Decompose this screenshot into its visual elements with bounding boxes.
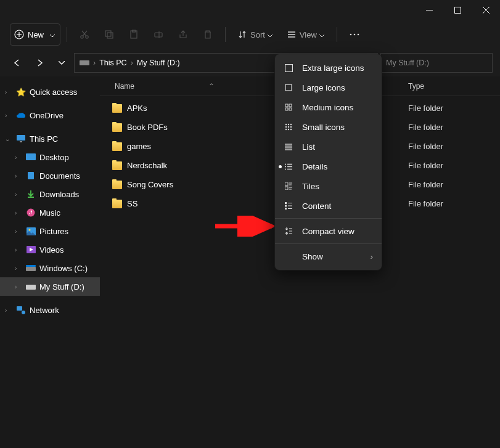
sidebar-desktop[interactable]: ›Desktop: [0, 148, 100, 166]
sidebar-music[interactable]: ›Music: [0, 203, 100, 222]
sidebar-windows-c[interactable]: ›Windows (C:): [0, 259, 100, 277]
svg-line-9: [83, 31, 88, 36]
svg-point-22: [358, 34, 359, 36]
titlebar: [0, 0, 500, 20]
file-explorer-window: New Sort View › This PC ›: [0, 0, 500, 448]
chevron-right-icon: ›: [5, 89, 12, 96]
sidebar-label: My Stuff (D:): [39, 282, 84, 291]
file-type: File folder: [408, 123, 482, 132]
file-name: SS: [127, 199, 137, 208]
maximize-button[interactable]: [443, 0, 472, 20]
breadcrumb-mystuff[interactable]: My Stuff (D:): [137, 59, 180, 67]
menu-tiles[interactable]: Tiles: [275, 176, 382, 196]
search-input[interactable]: My Stuff (D:): [380, 53, 493, 73]
cut-button[interactable]: [73, 23, 96, 46]
sort-button[interactable]: Sort: [232, 23, 279, 46]
svg-point-21: [354, 34, 356, 36]
star-icon: ⭐: [16, 87, 26, 97]
chevron-right-icon: ›: [371, 252, 374, 261]
menu-details[interactable]: Details: [275, 157, 382, 176]
chevron-right-icon: ›: [93, 59, 96, 67]
svg-point-8: [86, 36, 88, 38]
chevron-right-icon: ›: [131, 59, 133, 67]
file-name: Book PDFs: [127, 123, 168, 132]
chevron-right-icon: ›: [15, 246, 22, 253]
minimize-button[interactable]: [415, 0, 443, 20]
chevron-right-icon: ›: [5, 112, 12, 119]
menu-compact-view[interactable]: Compact view: [275, 221, 382, 241]
sidebar-label: Network: [30, 306, 59, 315]
menu-large-icons[interactable]: Large icons: [275, 78, 382, 97]
svg-point-7: [81, 36, 83, 38]
sidebar-label: Windows (C:): [39, 264, 88, 273]
folder-icon: [112, 123, 122, 132]
breadcrumb-this-pc[interactable]: This PC: [99, 59, 126, 67]
sidebar-videos[interactable]: ›Videos: [0, 240, 100, 259]
menu-content[interactable]: Content: [275, 196, 382, 216]
svg-rect-70: [285, 205, 287, 207]
chevron-right-icon: ›: [15, 228, 22, 235]
content-icon: [284, 202, 293, 210]
svg-rect-24: [17, 135, 25, 141]
paste-button[interactable]: [123, 23, 145, 46]
compact-view-icon: [284, 227, 293, 235]
sidebar-downloads[interactable]: ›Downloads: [0, 185, 100, 203]
svg-line-10: [82, 31, 86, 36]
chevron-right-icon: ›: [15, 173, 22, 179]
file-type: File folder: [408, 161, 482, 170]
medium-icons-icon: [284, 104, 293, 111]
svg-rect-41: [285, 108, 288, 110]
column-type-header[interactable]: Type: [408, 82, 482, 91]
sidebar-documents[interactable]: ›Documents: [0, 166, 100, 185]
separator: [337, 27, 337, 42]
recent-button[interactable]: [52, 53, 72, 73]
svg-point-45: [290, 124, 292, 125]
file-name: Song Covers: [127, 180, 173, 189]
tiles-icon: [284, 182, 293, 190]
menu-medium-icons[interactable]: Medium icons: [275, 97, 382, 117]
menu-extra-large-icons[interactable]: Extra large icons: [275, 58, 382, 78]
sidebar-label: This PC: [30, 134, 58, 144]
new-button[interactable]: New: [10, 23, 60, 46]
svg-point-20: [350, 34, 352, 36]
svg-point-49: [285, 129, 287, 130]
close-button[interactable]: [472, 0, 500, 20]
share-button[interactable]: [172, 23, 194, 46]
more-button[interactable]: [343, 23, 366, 46]
sidebar-pictures[interactable]: ›Pictures: [0, 222, 100, 240]
menu-list[interactable]: List: [275, 137, 382, 157]
large-icons-icon: [284, 84, 293, 91]
drive-icon: [26, 263, 36, 273]
menu-separator: [275, 218, 382, 219]
sort-label: Sort: [250, 30, 265, 39]
svg-rect-39: [285, 104, 288, 107]
details-icon: [284, 163, 293, 170]
sidebar-mystuff-d[interactable]: ›My Stuff (D:): [0, 277, 100, 296]
sidebar-quick-access[interactable]: ›⭐Quick access: [0, 83, 100, 101]
svg-rect-15: [155, 33, 162, 37]
svg-rect-62: [285, 182, 288, 185]
file-type: File folder: [408, 199, 482, 208]
forward-button[interactable]: [30, 53, 49, 73]
rename-button[interactable]: [147, 23, 170, 46]
sidebar-this-pc[interactable]: ⌄This PC: [0, 129, 100, 148]
menu-small-icons[interactable]: Small icons: [275, 117, 382, 137]
menu-show[interactable]: Show›: [275, 246, 382, 266]
view-button[interactable]: View: [281, 23, 330, 46]
new-label: New: [28, 30, 44, 39]
delete-button[interactable]: [197, 23, 219, 46]
back-button[interactable]: [7, 53, 27, 73]
copy-button[interactable]: [98, 23, 120, 46]
chevron-right-icon: ›: [15, 210, 22, 216]
folder-icon: [112, 142, 122, 151]
sidebar-onedrive[interactable]: ›OneDrive: [0, 106, 100, 124]
monitor-icon: [16, 134, 26, 144]
file-name: games: [127, 142, 151, 151]
svg-point-43: [285, 124, 287, 125]
file-name: APKs: [127, 104, 147, 113]
nav-sidebar: ›⭐Quick access ›OneDrive ⌄This PC ›Deskt…: [0, 76, 100, 448]
sidebar-network[interactable]: ›Network: [0, 301, 100, 319]
navigation-bar: › This PC › My Stuff (D:) My Stuff (D:): [0, 49, 500, 76]
documents-icon: [26, 171, 36, 181]
plus-circle-icon: [14, 30, 24, 39]
